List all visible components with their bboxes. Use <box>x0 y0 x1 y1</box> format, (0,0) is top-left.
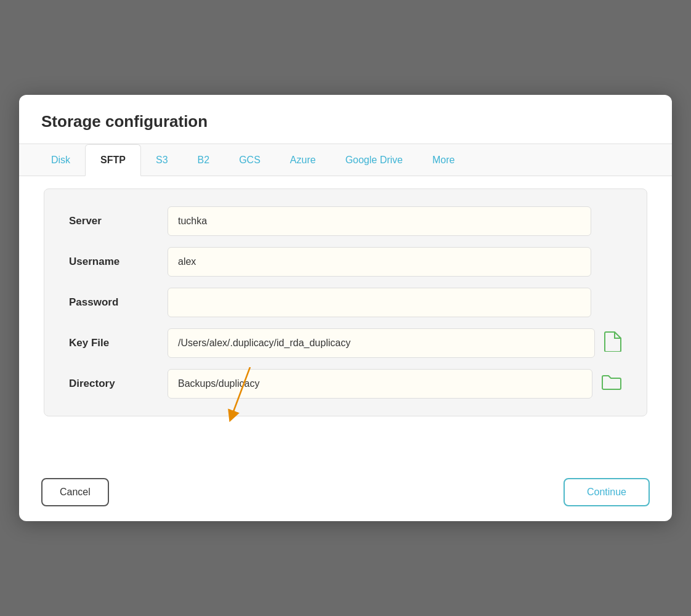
username-input[interactable] <box>168 247 591 277</box>
directory-row: Directory <box>69 369 622 399</box>
username-row: Username <box>69 247 622 277</box>
keyfile-label: Key File <box>69 337 168 349</box>
password-input[interactable] <box>168 288 591 317</box>
tab-gcs[interactable]: GCS <box>224 145 275 176</box>
dialog-footer: Cancel Continue <box>19 466 672 521</box>
password-input-wrap <box>168 288 591 317</box>
keyfile-file-icon[interactable] <box>604 331 622 356</box>
keyfile-row: Key File <box>69 328 622 358</box>
keyfile-input[interactable] <box>168 328 595 358</box>
tab-disk[interactable]: Disk <box>36 145 85 176</box>
tab-azure[interactable]: Azure <box>275 145 331 176</box>
tab-s3[interactable]: S3 <box>141 145 183 176</box>
overlay: Storage configuration Disk SFTP S3 B2 GC… <box>0 0 691 616</box>
dialog: Storage configuration Disk SFTP S3 B2 GC… <box>19 95 672 521</box>
server-input[interactable] <box>168 206 591 236</box>
cancel-button[interactable]: Cancel <box>41 478 109 506</box>
continue-button[interactable]: Continue <box>564 478 650 506</box>
tabs-row: Disk SFTP S3 B2 GCS Azure Google Drive M… <box>19 144 672 176</box>
form-area: Server Username Password <box>44 188 647 416</box>
directory-folder-icon[interactable] <box>601 373 622 395</box>
directory-label: Directory <box>69 378 168 390</box>
directory-input[interactable] <box>168 369 592 399</box>
username-label: Username <box>69 256 168 268</box>
directory-input-wrap <box>168 369 592 399</box>
tab-more[interactable]: More <box>418 145 469 176</box>
server-row: Server <box>69 206 622 236</box>
tab-sftp[interactable]: SFTP <box>85 144 141 176</box>
dialog-title: Storage configuration <box>19 95 672 144</box>
server-input-wrap <box>168 206 591 236</box>
tab-b2[interactable]: B2 <box>183 145 225 176</box>
password-label: Password <box>69 296 168 309</box>
username-input-wrap <box>168 247 591 277</box>
tab-google-drive[interactable]: Google Drive <box>331 145 418 176</box>
keyfile-input-wrap <box>168 328 595 358</box>
password-row: Password <box>69 288 622 317</box>
server-label: Server <box>69 215 168 227</box>
